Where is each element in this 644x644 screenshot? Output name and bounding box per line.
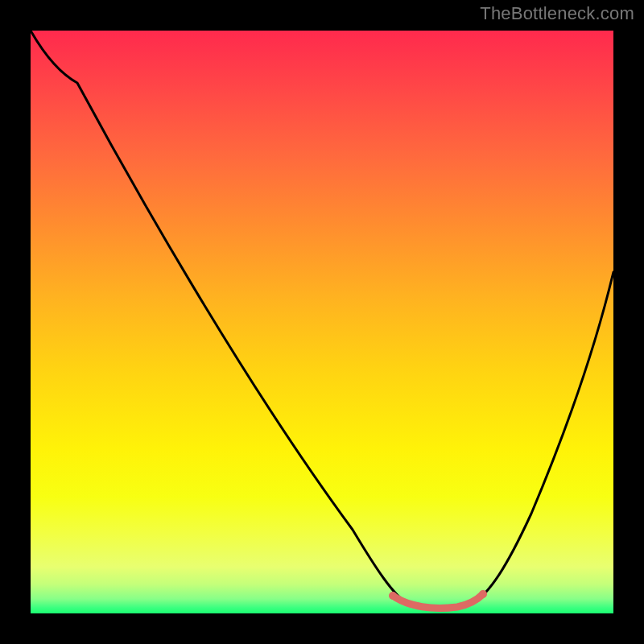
curve-layer — [31, 31, 613, 613]
highlight-end-right-icon — [479, 590, 487, 598]
watermark-text: TheBottleneck.com — [480, 3, 634, 24]
optimal-range-highlight — [393, 594, 483, 608]
chart-frame: TheBottleneck.com — [0, 0, 644, 644]
bottleneck-curve — [31, 31, 613, 609]
plot-area — [31, 31, 613, 613]
highlight-end-left-icon — [389, 592, 397, 600]
